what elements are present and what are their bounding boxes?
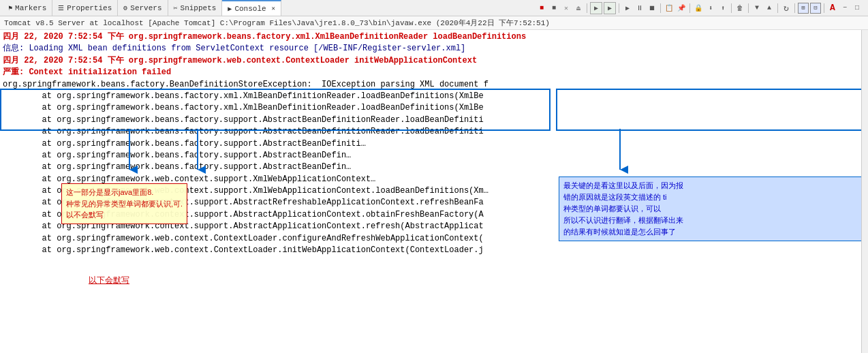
tab-servers[interactable]: ⚙ Servers [118,0,168,16]
tab-bar: ⚑ Markers ☰ Properties ⚙ Servers ✂ Snipp… [0,0,868,16]
console-content[interactable]: 四月 22, 2020 7:52:54 下午 org.springframewo… [0,30,861,353]
log-line-3: 四月 22, 2020 7:52:54 下午 org.springframewo… [3,55,858,67]
log-line-7: at org.springframework.beans.factory.xml… [3,102,858,114]
log-line-6: at org.springframework.beans.factory.xml… [3,91,858,102]
sep9 [824,3,824,13]
log-line-19: at org.springframework.web.context.Conte… [3,245,858,256]
sep1 [587,3,587,13]
scroll-up-button[interactable]: ⬆ [717,3,728,14]
tab-console[interactable]: ▶ Console ✕ [222,0,281,16]
log-line-15: at org.springframework.context.support.A… [3,197,858,209]
minimize-button[interactable]: ⊟ [810,3,821,14]
console-icon: ▶ [228,5,232,13]
disconnect-button[interactable]: ⏏ [573,3,584,14]
log-line-16: at org.springframework.context.support.A… [3,209,858,221]
sep7 [777,3,778,13]
font-button[interactable]: A [827,3,838,14]
paste-button[interactable]: 📌 [676,3,687,14]
tab-snippets[interactable]: ✂ Snippets [168,0,223,16]
sep4 [689,3,690,13]
tab-servers-label: Servers [130,4,161,12]
terminate-button[interactable]: ✕ [561,3,572,14]
tab-bar-tabs: ⚑ Markers ☰ Properties ⚙ Servers ✂ Snipp… [3,0,281,16]
sep8 [794,3,795,13]
log-line-12: at org.springframework.beans.factory.sup… [3,162,858,173]
sep6 [748,3,749,13]
log-line-1: 四月 22, 2020 7:52:54 下午 org.springframewo… [3,31,858,43]
console-area: 四月 22, 2020 7:52:54 下午 org.springframewo… [0,30,868,353]
stop2-button[interactable]: ⏹ [647,3,657,14]
play-button[interactable]: ▶ [622,3,633,14]
log-line-14: at org.springframework.web.context.suppo… [3,185,858,197]
log-line-10: at org.springframework.beans.factory.sup… [3,138,858,150]
pause-button[interactable]: ⏸ [634,3,645,14]
red-underline-annotation: 以下会默写 [89,274,129,286]
zoom-out-button[interactable]: − [839,3,850,14]
stop-button-red[interactable]: ■ [536,3,547,14]
snippets-icon: ✂ [174,4,178,12]
scroll-lock-button[interactable]: 🔒 [693,3,704,14]
tab-snippets-label: Snippets [181,4,217,12]
log-line-17: at org.springframework.context.support.A… [3,221,858,232]
servers-icon: ⚙ [123,4,127,12]
log-line-18: at org.springframework.web.context.Conte… [3,233,858,245]
tab-properties[interactable]: ☰ Properties [52,0,118,16]
toolbar-buttons: ■ ■ ✕ ⏏ ▶ ▶ ▶ ⏸ ⏹ 📋 📌 🔒 ⬇ ⬆ 🗑 ▼ ▲ ↻ ⊞ ⊟ … [536,2,865,14]
filter2-button[interactable]: ▲ [764,3,775,14]
zoom-in-button[interactable]: □ [852,3,863,14]
scroll-down-button[interactable]: ⬇ [705,3,716,14]
refresh-button[interactable]: ↻ [781,3,792,14]
tab-properties-label: Properties [67,4,112,12]
sep3 [660,3,661,13]
run-button[interactable]: ▶ [590,2,602,14]
tab-markers[interactable]: ⚑ Markers [3,0,52,16]
filter-button[interactable]: ▼ [751,3,762,14]
log-line-5: org.springframework.beans.factory.BeanDe… [3,79,858,91]
log-line-9: at org.springframework.beans.factory.sup… [3,126,858,138]
tab-console-label: Console [234,5,266,13]
server-info-bar: Tomcat v8.5 Server at localhost [Apache … [0,16,868,30]
clear-button[interactable]: 🗑 [734,3,745,14]
copy-button[interactable]: 📋 [664,3,675,14]
log-line-2: 信息: Loading XML bean definitions from Se… [3,43,858,55]
maximize-button[interactable]: ⊞ [798,3,809,14]
log-line-4: 严重: Context initialization failed [3,67,858,78]
log-line-8: at org.springframework.beans.factory.sup… [3,114,858,126]
properties-icon: ☰ [58,4,64,12]
log-line-13: at org.springframework.web.context.suppo… [3,174,858,185]
server-info-text: Tomcat v8.5 Server at localhost [Apache … [4,19,550,27]
sep5 [731,3,732,13]
run2-button[interactable]: ▶ [604,2,616,14]
stop-button[interactable]: ■ [548,3,559,14]
markers-icon: ⚑ [8,4,12,12]
sep2 [619,3,619,13]
tab-close-icon[interactable]: ✕ [272,5,275,12]
tab-markers-label: Markers [15,4,46,12]
vertical-scrollbar[interactable] [861,30,868,353]
log-line-11: at org.springframework.beans.factory.sup… [3,150,858,162]
